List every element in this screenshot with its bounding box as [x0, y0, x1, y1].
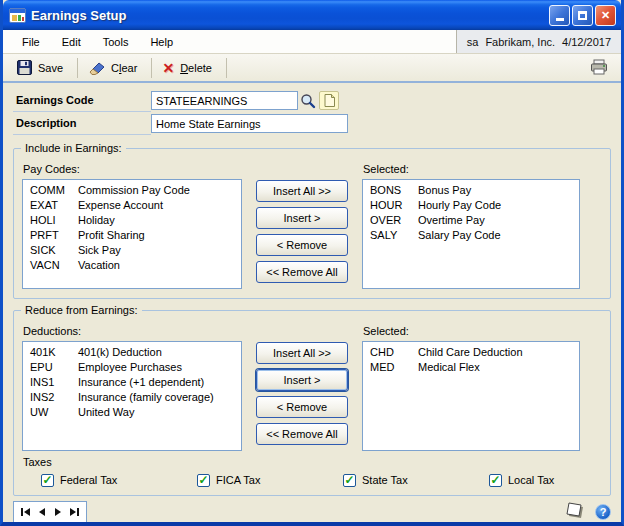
item-code: EPU: [30, 360, 78, 375]
maximize-icon: [578, 11, 587, 20]
item-description: Salary Pay Code: [418, 228, 501, 243]
checkbox-state-tax[interactable]: ✓State Tax: [343, 474, 489, 487]
list-item-exat[interactable]: EXATExpense Account: [23, 198, 241, 213]
item-code: UW: [30, 405, 78, 420]
list-item-bons[interactable]: BONSBonus Pay: [363, 183, 579, 198]
remove-all-button[interactable]: << Remove All: [256, 423, 348, 445]
item-description: Child Care Deduction: [418, 345, 523, 360]
toolbar: Save Clear ✕ Delete: [3, 54, 621, 83]
list-item-uw[interactable]: UWUnited Way: [23, 405, 241, 420]
menu-item-tools[interactable]: Tools: [92, 30, 140, 53]
item-code: INS1: [30, 375, 78, 390]
item-description: Overtime Pay: [418, 213, 485, 228]
list-item-med[interactable]: MEDMedical Flex: [363, 360, 579, 375]
earnings-setup-window: Earnings Setup ✕ FileEditToolsHelp sa Fa…: [0, 0, 624, 526]
user-info: sa Fabrikam, Inc. 4/12/2017: [456, 30, 621, 53]
insert-button[interactable]: Insert >: [256, 207, 348, 229]
insert-button[interactable]: Insert >: [256, 369, 348, 391]
list-item-ins2[interactable]: INS2Insurance (family coverage): [23, 390, 241, 405]
insert-all-button[interactable]: Insert All >>: [256, 342, 348, 364]
close-button[interactable]: ✕: [595, 5, 616, 26]
printer-icon: [590, 59, 609, 75]
note-button[interactable]: [319, 91, 339, 110]
item-description: United Way: [78, 405, 134, 420]
titlebar: Earnings Setup ✕: [3, 0, 621, 30]
notepad-icon: [565, 501, 586, 520]
insert-all-button[interactable]: Insert All >>: [256, 180, 348, 202]
clear-icon: [88, 61, 105, 75]
list-item-chd[interactable]: CHDChild Care Deduction: [363, 345, 579, 360]
clear-label: Clear: [111, 62, 137, 74]
include-transfer-buttons: Insert All >>Insert >< Remove<< Remove A…: [256, 179, 348, 289]
list-item-comm[interactable]: COMMCommission Pay Code: [23, 183, 241, 198]
reduce-transfer-buttons: Insert All >>Insert >< Remove<< Remove A…: [256, 341, 348, 451]
nav-last-button[interactable]: [68, 506, 81, 518]
remove-button[interactable]: < Remove: [256, 396, 348, 418]
checkbox-icon[interactable]: ✓: [197, 474, 210, 487]
nav-first-button[interactable]: [19, 506, 32, 518]
item-description: Insurance (+1 dependent): [78, 375, 204, 390]
item-description: Expense Account: [78, 198, 163, 213]
lookup-button[interactable]: [298, 91, 318, 110]
save-label: Save: [38, 62, 63, 74]
checkbox-icon[interactable]: ✓: [41, 474, 54, 487]
user-id: sa: [467, 36, 479, 48]
reduce-selected-listbox[interactable]: CHDChild Care DeductionMEDMedical Flex: [362, 341, 580, 451]
item-description: Insurance (family coverage): [78, 390, 214, 405]
remove-all-button[interactable]: << Remove All: [256, 261, 348, 283]
list-item-prft[interactable]: PRFTProfit Sharing: [23, 228, 241, 243]
checkbox-fica-tax[interactable]: ✓FICA Tax: [197, 474, 343, 487]
deductions-listbox[interactable]: 401K401(k) DeductionEPUEmployee Purchase…: [22, 341, 242, 451]
clear-button[interactable]: Clear: [82, 58, 147, 78]
reduce-selected-column: Selected: CHDChild Care DeductionMEDMedi…: [362, 325, 580, 451]
description-row: Description Home State Earnings: [13, 112, 611, 135]
taxes-section: Taxes ✓Federal Tax✓FICA Tax✓State Tax✓Lo…: [22, 456, 602, 490]
checkbox-federal-tax[interactable]: ✓Federal Tax: [41, 474, 197, 487]
reduce-earnings-legend: Reduce from Earnings:: [21, 304, 142, 316]
list-item-ins1[interactable]: INS1Insurance (+1 dependent): [23, 375, 241, 390]
list-item-holi[interactable]: HOLIHoliday: [23, 213, 241, 228]
list-item-hour[interactable]: HOURHourly Pay Code: [363, 198, 579, 213]
minimize-icon: [556, 18, 564, 21]
maximize-button[interactable]: [572, 5, 593, 26]
nav-next-button[interactable]: [53, 506, 63, 518]
list-item-sick[interactable]: SICKSick Pay: [23, 243, 241, 258]
delete-icon: ✕: [162, 62, 174, 74]
item-description: Medical Flex: [418, 360, 480, 375]
delete-button[interactable]: ✕ Delete: [156, 59, 222, 77]
item-description: Profit Sharing: [78, 228, 145, 243]
list-item-saly[interactable]: SALYSalary Pay Code: [363, 228, 579, 243]
list-item-401k[interactable]: 401K401(k) Deduction: [23, 345, 241, 360]
help-button[interactable]: ?: [595, 504, 611, 520]
remove-button[interactable]: < Remove: [256, 234, 348, 256]
save-button[interactable]: Save: [11, 57, 73, 78]
nav-previous-button[interactable]: [37, 506, 47, 518]
print-button[interactable]: [586, 57, 613, 79]
pay-codes-listbox[interactable]: COMMCommission Pay CodeEXATExpense Accou…: [22, 179, 242, 289]
menu-item-file[interactable]: File: [11, 30, 51, 53]
toolbar-separator: [77, 58, 78, 78]
include-earnings-legend: Include in Earnings:: [21, 142, 126, 154]
item-code: COMM: [30, 183, 78, 198]
checkbox-local-tax[interactable]: ✓Local Tax: [489, 474, 554, 487]
search-icon: [300, 93, 316, 109]
list-item-epu[interactable]: EPUEmployee Purchases: [23, 360, 241, 375]
checkbox-label: Federal Tax: [60, 474, 117, 486]
checkbox-icon[interactable]: ✓: [343, 474, 356, 487]
earnings-code-field[interactable]: STATEEARNINGS: [151, 91, 298, 110]
list-item-vacn[interactable]: VACNVacation: [23, 258, 241, 273]
description-field[interactable]: Home State Earnings: [151, 114, 348, 133]
toolbar-separator: [151, 58, 152, 78]
minimize-button[interactable]: [549, 5, 570, 26]
list-item-over[interactable]: OVEROvertime Pay: [363, 213, 579, 228]
notes-button[interactable]: [565, 501, 586, 522]
deductions-label: Deductions:: [22, 325, 242, 341]
include-earnings-group: Include in Earnings: Pay Codes: COMMComm…: [13, 148, 611, 299]
item-code: CHD: [370, 345, 418, 360]
menu-item-help[interactable]: Help: [139, 30, 184, 53]
menu-item-edit[interactable]: Edit: [51, 30, 92, 53]
note-icon: [324, 94, 335, 107]
item-description: Holiday: [78, 213, 115, 228]
checkbox-icon[interactable]: ✓: [489, 474, 502, 487]
include-selected-listbox[interactable]: BONSBonus PayHOURHourly Pay CodeOVEROver…: [362, 179, 580, 289]
